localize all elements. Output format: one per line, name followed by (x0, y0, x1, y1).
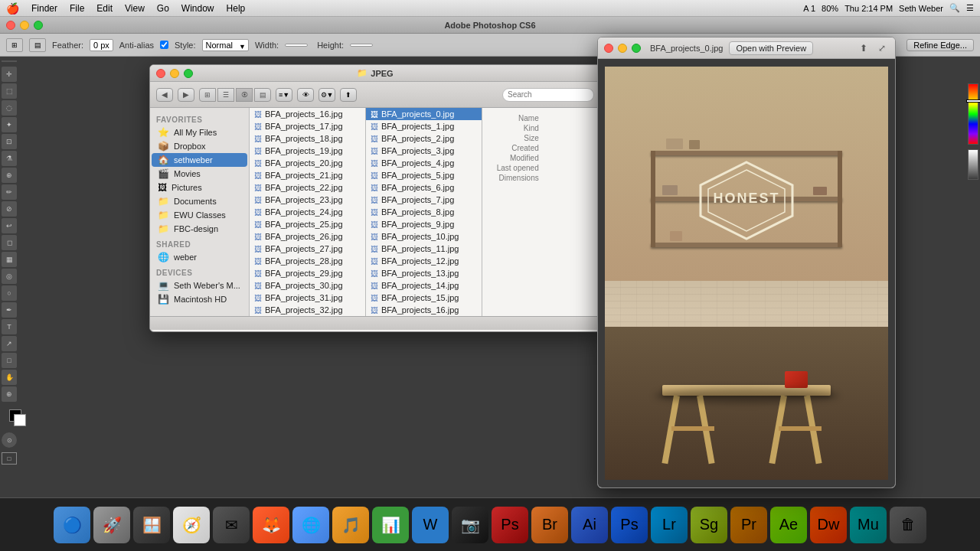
finder-minimize-button[interactable] (170, 69, 179, 78)
menu-file[interactable]: File (70, 3, 84, 14)
move-tool[interactable]: ✛ (2, 67, 17, 82)
list-item[interactable]: 🖼 BFA_projects_21.jpg (250, 169, 365, 181)
menu-edit[interactable]: Edit (96, 3, 113, 14)
dock-finder[interactable]: 🔵 (54, 507, 90, 543)
dock-trash[interactable]: 🗑 (890, 507, 926, 543)
share-icon[interactable]: ⬆ (857, 41, 871, 55)
dock-safari[interactable]: 🧭 (173, 507, 210, 543)
background-color[interactable] (14, 414, 26, 426)
sidebar-item-weber[interactable]: 🌐 weber (152, 250, 247, 264)
crop-tool[interactable]: ⊡ (2, 134, 17, 149)
feather-input[interactable]: 0 px (90, 39, 113, 51)
dock-chrome[interactable]: 🌐 (292, 507, 329, 543)
list-item[interactable]: 🖼 BFA_projects_11.jpg (366, 243, 482, 255)
sidebar-item-fbc-design[interactable]: 📁 FBC-design (152, 222, 247, 236)
dock-firefox[interactable]: 🦊 (253, 507, 289, 543)
screen-mode-tool[interactable]: □ (2, 452, 17, 465)
tool-options-icon[interactable]: ⊞ (6, 38, 23, 52)
style-select[interactable]: Normal ▼ (202, 39, 249, 51)
quick-mask-tool[interactable]: ⊙ (2, 432, 17, 448)
dock-app1[interactable]: 🎵 (332, 507, 369, 543)
sidebar-item-macintosh-hd[interactable]: 💾 Macintosh HD (152, 292, 247, 306)
menu-finder[interactable]: Finder (31, 3, 57, 14)
list-item[interactable]: 🖼 BFA_projects_19.jpg (250, 145, 365, 157)
preview-close-button[interactable] (604, 44, 613, 53)
dock-mission-control[interactable]: 🪟 (133, 507, 170, 543)
dock-preview[interactable]: 📷 (452, 507, 488, 543)
opacity-slider[interactable] (968, 149, 978, 180)
type-tool[interactable]: T (2, 319, 17, 334)
coverflow-view-button[interactable]: ▤ (254, 88, 271, 102)
list-item[interactable]: 🖼 BFA_projects_22.jpg (250, 181, 365, 194)
list-item[interactable]: 🖼 BFA_projects_13.jpg (366, 267, 482, 279)
list-item[interactable]: 🖼 BFA_projects_7.jpg (366, 194, 482, 206)
list-item[interactable]: 🖼 BFA_projects_1.jpg (366, 120, 482, 132)
eyedropper-tool[interactable]: ⚗ (2, 151, 17, 166)
list-item[interactable]: 🖼 BFA_projects_31.jpg (250, 292, 365, 304)
zoom-tool[interactable]: ⊕ (2, 386, 17, 402)
finder-close-button[interactable] (156, 69, 165, 78)
menu-view[interactable]: View (125, 3, 145, 14)
preview-minimize-button[interactable] (618, 44, 627, 53)
history-tool[interactable]: ↩ (2, 218, 17, 233)
list-item[interactable]: 🖼 BFA_projects_6.jpg (366, 181, 482, 194)
arrange-button[interactable]: ≡▼ (276, 88, 292, 102)
list-item[interactable]: 🖼 BFA_projects_12.jpg (366, 255, 482, 267)
column-view-button[interactable]: ⦿ (236, 88, 253, 102)
heal-tool[interactable]: ⊕ (2, 168, 17, 183)
refine-edge-button[interactable]: Refine Edge... (906, 39, 974, 51)
list-item[interactable]: 🖼 BFA_projects_14.jpg (366, 279, 482, 292)
menu-window[interactable]: Window (181, 3, 214, 14)
magic-wand-tool[interactable]: ✦ (2, 117, 17, 132)
dock-ps2[interactable]: Ps (611, 507, 648, 543)
ps-close-button[interactable] (6, 21, 15, 30)
list-item[interactable]: 🖼 BFA_projects_23.jpg (250, 194, 365, 206)
dock-ae[interactable]: Ae (770, 507, 807, 543)
list-item[interactable]: 🖼 BFA_projects_27.jpg (250, 243, 365, 255)
spotlight-icon[interactable]: ☰ (966, 3, 974, 13)
list-item[interactable]: 🖼 BFA_projects_3.jpg (366, 145, 482, 157)
list-item[interactable]: 🖼 BFA_projects_20.jpg (250, 157, 365, 169)
sidebar-item-seth-mac[interactable]: 💻 Seth Weber's M... (152, 279, 247, 292)
height-input[interactable] (350, 44, 373, 47)
dock-sg[interactable]: Sg (691, 507, 727, 543)
gradient-tool[interactable]: ▦ (2, 252, 17, 267)
sidebar-item-pictures[interactable]: 🖼 Pictures (152, 181, 247, 194)
list-item[interactable]: 🖼 BFA_projects_30.jpg (250, 279, 365, 292)
preview-maximize-button[interactable] (632, 44, 641, 53)
list-view-button[interactable]: ☰ (217, 88, 234, 102)
dock-ai[interactable]: Ai (571, 507, 608, 543)
sidebar-item-dropbox[interactable]: 📦 Dropbox (152, 139, 247, 153)
list-item[interactable]: 🖼 BFA_projects_18.jpg (250, 132, 365, 145)
lasso-tool[interactable]: ◌ (2, 100, 17, 116)
tool-presets-icon[interactable]: ▤ (29, 38, 46, 52)
dock-mail[interactable]: ✉ (213, 507, 250, 543)
action-button[interactable]: ⚙▼ (318, 88, 335, 102)
list-item[interactable]: 🖼 BFA_projects_32.jpg (250, 304, 365, 316)
list-item[interactable]: 🖼 BFA_projects_5.jpg (366, 169, 482, 181)
dock-mu[interactable]: Mu (850, 507, 887, 543)
list-item[interactable]: 🖼 BFA_projects_25.jpg (250, 218, 365, 230)
anti-alias-checkbox[interactable] (160, 41, 168, 49)
dock-launchpad[interactable]: 🚀 (93, 507, 130, 543)
list-item[interactable]: 🖼 BFA_projects_28.jpg (250, 255, 365, 267)
dock-app2[interactable]: 📊 (372, 507, 409, 543)
marquee-tool[interactable]: ⬚ (2, 83, 17, 99)
dodge-tool[interactable]: ○ (2, 285, 17, 301)
list-item[interactable]: 🖼 BFA_projects_29.jpg (250, 267, 365, 279)
finder-search-input[interactable] (502, 88, 594, 102)
dock-lr[interactable]: Lr (651, 507, 688, 543)
list-item-selected[interactable]: 🖼 BFA_projects_0.jpg (366, 108, 482, 120)
dock-dw[interactable]: Dw (810, 507, 847, 543)
list-item[interactable]: 🖼 BFA_projects_4.jpg (366, 157, 482, 169)
pen-tool[interactable]: ✒ (2, 302, 17, 318)
forward-button[interactable]: ▶ (178, 88, 194, 102)
list-item[interactable]: 🖼 BFA_projects_24.jpg (250, 206, 365, 218)
list-item[interactable]: 🖼 BFA_projects_9.jpg (366, 218, 482, 230)
apple-menu[interactable]: 🍎 (6, 2, 19, 15)
sidebar-item-movies[interactable]: 🎬 Movies (152, 167, 247, 181)
shape-tool[interactable]: □ (2, 353, 17, 368)
brush-tool[interactable]: ✏ (2, 184, 17, 200)
expand-icon[interactable]: ⤢ (875, 41, 889, 55)
sidebar-item-all-files[interactable]: ⭐ All My Files (152, 126, 247, 139)
